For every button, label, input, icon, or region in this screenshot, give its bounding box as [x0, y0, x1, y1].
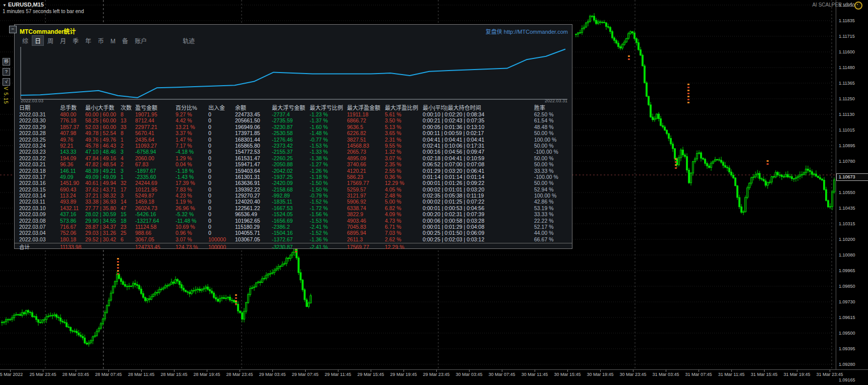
time-axis-label: 29 Mar 15:45: [357, 372, 384, 377]
cell-minmax-lots: 48.39 | 49.21: [85, 168, 121, 174]
cell-balance: 115180.29: [235, 224, 272, 230]
time-axis-label: 30 Mar 15:45: [554, 372, 581, 377]
table-row: 2022.03.23143.3347.10 | 48.463-6758.94-4…: [15, 149, 572, 155]
cell-inout: 0: [208, 211, 235, 218]
cell-winrate: 50.00 %: [534, 180, 572, 186]
cell-count: 2: [121, 161, 135, 168]
cell-max-drawdown: -2260.25: [272, 155, 310, 162]
equity-start-date: 2022.03.03: [21, 98, 43, 103]
cell-minmax-lots: 49.76 | 49.76: [85, 137, 121, 143]
table-row: 2022.03.11493.8933.38 | 36.93141459.181.…: [15, 199, 572, 205]
cell-lots: 716.67: [60, 224, 85, 230]
cell-lots: 113.24: [60, 192, 85, 199]
cell-hold-times: 0:02:35 | 0:05:38 | 0:11:19: [423, 192, 534, 199]
price-axis-label: 1.10550: [839, 190, 855, 195]
cell-winrate: 50.00 %: [534, 143, 572, 149]
cell-inout: 0: [208, 168, 235, 174]
time-axis-tick: [305, 370, 306, 372]
cell-max-drawdown-pct: -0.77 %: [310, 137, 347, 143]
cell-hold-times: 0:02:41 | 0:10:06 | 0:17:31: [423, 143, 534, 149]
cell-max-drawdown: -1835.11: [272, 199, 310, 205]
cell-inout: 0: [208, 137, 235, 143]
cell-max-profit-pct: 12.29 %: [385, 180, 423, 186]
cell-max-drawdown: -2158.68: [272, 186, 310, 193]
cell-count: 17: [121, 186, 135, 193]
cell-count: 3: [121, 149, 135, 155]
help-button[interactable]: ?: [3, 68, 10, 76]
current-price-box: 1.10673: [836, 173, 868, 181]
cell-balance: 165865.80: [235, 143, 272, 149]
cell-pct: -1.18 %: [176, 168, 208, 174]
time-axis-tick: [699, 370, 699, 372]
bar-countdown-label: 1 minutes 57 seconds left to bar end: [3, 9, 84, 14]
cell-hold-times: 0:00:20 | 0:02:31 | 0:07:39: [423, 211, 534, 218]
table-row: 2022.03.09437.1628.02 | 30.5915-5426.16-…: [15, 211, 572, 217]
cell-pct: 3.37 %: [176, 130, 208, 137]
cell-max-drawdown-pct: -1.36 %: [310, 236, 347, 243]
cell-date: 2022.03.07: [19, 224, 60, 230]
cell-pct: 26.96 %: [176, 205, 208, 212]
cell-minmax-lots: 40.61 | 49.94: [85, 180, 121, 186]
cell-max-drawdown: -2530.58: [272, 130, 310, 137]
cell-max-profit: 4120.21: [347, 168, 385, 174]
column-header: 余额: [235, 104, 272, 111]
time-axis-tick: [830, 370, 830, 372]
cell-count: 33: [121, 124, 135, 131]
time-axis-label: 29 Mar 19:45: [390, 372, 417, 377]
cell-hold-times: 0:00:01 | 0:01:29 | 0:04:08: [423, 224, 534, 230]
time-axis-label: 28 Mar 23:45: [226, 372, 253, 377]
time-axis-label: 31 Mar 15:45: [750, 372, 777, 377]
price-axis-separator: [836, 0, 836, 369]
cell-max-drawdown: -2420.09: [272, 180, 310, 186]
cell-max-profit-pct: 9.55 %: [385, 143, 423, 149]
time-axis-tick: [567, 370, 568, 372]
cell-balance: 159471.47: [235, 161, 272, 168]
equity-date-range: 2022.03.03 2022.03.31: [21, 98, 567, 103]
cell-hold-times: 0:01:29 | 0:03:20 | 0:06:41: [423, 168, 534, 174]
time-axis-label: 25 Mar 23:45: [29, 372, 56, 377]
time-axis-tick: [436, 370, 437, 372]
cell-inout: 0: [208, 111, 235, 118]
cell-max-drawdown: -1524.05: [272, 211, 310, 218]
cell-max-profit: 7045.83: [347, 224, 385, 230]
total-pct: 124.73 %: [176, 243, 208, 250]
move-button[interactable]: 移: [3, 58, 10, 66]
indicator-button-icon[interactable]: [854, 2, 862, 10]
cell-balance: 159403.64: [235, 168, 272, 174]
cell-max-profit: 9636.5: [347, 124, 385, 131]
price-axis-label: 1.10895: [839, 143, 855, 148]
column-header: 盈亏金额: [135, 104, 176, 111]
time-axis-tick: [174, 370, 175, 372]
cell-lots: 1432.11: [60, 205, 85, 212]
table-row: 2022.03.18146.1148.39 | 49.213-1897.67-1…: [15, 168, 572, 174]
confirm-button[interactable]: √: [3, 78, 10, 86]
cell-date: 2022.03.11: [19, 199, 60, 205]
cell-max-profit-pct: 5.13 %: [385, 124, 423, 131]
daily-stats-table: 日期总手数最小|大手数次数盈亏金额百分比%出入金余额最大浮亏金额最大浮亏比例最大…: [15, 104, 572, 250]
cell-count: 14: [121, 199, 135, 205]
cell-max-profit-pct: 3.65 %: [385, 130, 423, 137]
cell-max-drawdown-pct: -1.48 %: [310, 130, 347, 137]
table-row: 2022.03.30776.1858.25 | 60.00138712.444.…: [15, 117, 572, 123]
cell-count: 8: [121, 130, 135, 137]
table-row: 2022.03.2549.7649.76 | 49.7612435.641.47…: [15, 137, 572, 143]
time-axis-label: 28 Mar 11:45: [128, 372, 154, 377]
cell-lots: 92.21: [60, 143, 85, 149]
cell-date: 2022.03.03: [19, 236, 60, 243]
cell-winrate: 100.00 %: [534, 137, 572, 143]
cell-count: 32: [121, 180, 135, 186]
time-axis-tick: [43, 370, 43, 372]
cell-minmax-lots: 47.10 | 48.46: [85, 149, 121, 155]
cell-hold-times: 0:00:25 | 0:02:03 | 0:03:12: [423, 236, 534, 243]
cell-max-profit-pct: 2.62 %: [385, 236, 423, 243]
time-axis-tick: [272, 370, 273, 372]
symbol-dropdown-icon[interactable]: ▼: [3, 3, 7, 8]
cell-max-profit: 2065.73: [347, 149, 385, 155]
cell-max-profit: 11911.18: [347, 111, 385, 118]
cell-count: 15: [121, 211, 135, 218]
cell-max-drawdown-pct: -1.38 %: [310, 155, 347, 162]
price-axis-label: 1.09615: [839, 315, 855, 320]
cell-pnl: 988.66: [135, 230, 176, 236]
cell-balance: 161301.31: [235, 174, 272, 180]
cell-hold-times: 0:00:02 | 0:01:25 | 0:07:22: [423, 199, 534, 205]
